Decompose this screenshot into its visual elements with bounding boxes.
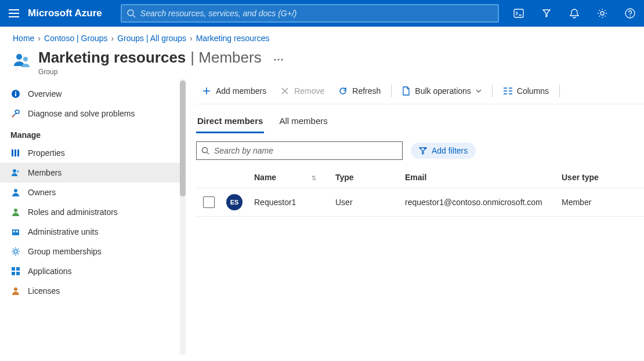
sidebar-item-licenses[interactable]: Licenses <box>0 281 186 301</box>
command-bar: Add members Remove Refresh Bulk operatio… <box>196 79 644 104</box>
page-header: Marketing resources | Members ⋯ Group <box>0 43 644 79</box>
svg-rect-10 <box>12 149 13 156</box>
help-icon[interactable] <box>616 0 644 27</box>
sidebar-item-roles[interactable]: Roles and administrators <box>0 202 186 222</box>
sidebar-item-label: Diagnose and solve problems <box>28 109 135 118</box>
member-tabs: Direct members All members <box>196 104 644 133</box>
roles-icon <box>10 207 21 217</box>
svg-point-16 <box>14 209 17 212</box>
member-search[interactable] <box>196 141 403 160</box>
members-icon <box>10 167 21 178</box>
sidebar-item-overview[interactable]: Overview <box>0 84 186 104</box>
add-filters-button[interactable]: Add filters <box>411 143 476 159</box>
breadcrumb-current[interactable]: Marketing resources <box>196 34 270 43</box>
row-checkbox[interactable] <box>203 196 215 208</box>
th-email[interactable]: Email <box>405 173 562 182</box>
cmd-separator <box>391 85 392 97</box>
search-icon <box>201 147 209 155</box>
svg-point-3 <box>600 12 604 15</box>
sidebar-heading-manage: Manage <box>0 123 186 143</box>
add-members-button[interactable]: Add members <box>196 83 272 99</box>
sidebar-item-label: Group memberships <box>28 247 102 256</box>
svg-rect-18 <box>13 231 15 232</box>
breadcrumb-home[interactable]: Home <box>13 34 34 43</box>
cell-name: Requestor1 <box>254 198 335 207</box>
gear-icon <box>10 246 21 257</box>
sidebar-item-owners[interactable]: Owners <box>0 183 186 202</box>
th-name[interactable]: Name <box>254 173 276 182</box>
svg-rect-2 <box>514 9 523 17</box>
bulk-operations-button[interactable]: Bulk operations <box>396 83 487 99</box>
refresh-button[interactable]: Refresh <box>332 83 386 99</box>
svg-point-25 <box>14 287 17 291</box>
group-icon <box>13 51 31 70</box>
global-search-input[interactable] <box>140 9 498 18</box>
sidebar-item-label: Applications <box>28 267 72 276</box>
breadcrumb-contoso[interactable]: Contoso | Groups <box>44 34 107 43</box>
cmd-label: Remove <box>294 86 324 96</box>
sidebar-item-group-memberships[interactable]: Group memberships <box>0 242 186 261</box>
cmd-label: Refresh <box>352 86 381 96</box>
chevron-down-icon <box>476 89 482 93</box>
apps-icon <box>10 266 21 276</box>
tab-all-members[interactable]: All members <box>278 112 328 133</box>
sidebar-item-applications[interactable]: Applications <box>0 261 186 281</box>
brand-label[interactable]: Microsoft Azure <box>28 8 115 19</box>
page-caption: Group <box>38 68 284 76</box>
svg-rect-12 <box>17 149 19 156</box>
filter-icon <box>419 147 427 155</box>
top-bar: Microsoft Azure <box>0 0 644 27</box>
sidebar-item-label: Members <box>28 168 61 177</box>
page-subtitle: Members <box>198 49 261 66</box>
svg-point-20 <box>14 250 17 253</box>
svg-rect-23 <box>12 272 15 275</box>
member-search-input[interactable] <box>214 146 397 155</box>
more-actions-icon[interactable]: ⋯ <box>273 53 284 65</box>
admin-units-icon <box>10 227 21 237</box>
cmd-label: Add members <box>216 86 266 96</box>
members-table: Name↑↓ Type Email User type ES Requestor… <box>196 167 644 217</box>
settings-icon[interactable] <box>588 0 616 27</box>
x-icon <box>280 86 290 96</box>
remove-button: Remove <box>274 83 330 99</box>
sidebar-item-admin-units[interactable]: Administrative units <box>0 222 186 242</box>
refresh-icon <box>338 86 348 96</box>
th-type[interactable]: Type <box>335 173 405 182</box>
sidebar-item-properties[interactable]: Properties <box>0 143 186 163</box>
info-icon <box>10 89 21 99</box>
notifications-icon[interactable] <box>560 0 588 27</box>
menu-icon[interactable] <box>0 9 28 17</box>
svg-rect-11 <box>15 149 16 156</box>
sidebar-item-diagnose[interactable]: Diagnose and solve problems <box>0 104 186 123</box>
breadcrumb-sep: › <box>38 34 41 43</box>
cmd-separator <box>492 85 493 97</box>
sidebar-item-members[interactable]: Members <box>0 163 186 183</box>
plus-icon <box>202 86 211 96</box>
svg-point-26 <box>202 148 208 153</box>
breadcrumb: Home › Contoso | Groups › Groups | All g… <box>0 27 644 43</box>
svg-rect-22 <box>16 267 20 271</box>
tab-direct-members[interactable]: Direct members <box>196 112 264 133</box>
sidebar-item-label: Roles and administrators <box>28 207 118 217</box>
table-header: Name↑↓ Type Email User type <box>196 167 644 188</box>
sidebar: « Overview Diagnose and solve problems M… <box>0 79 186 355</box>
breadcrumb-groups[interactable]: Groups | All groups <box>117 34 186 43</box>
table-row[interactable]: ES Requestor1 User requestor1@contoso.on… <box>196 188 644 217</box>
breadcrumb-sep: › <box>190 34 193 43</box>
owners-icon <box>10 187 21 198</box>
svg-point-15 <box>14 189 17 192</box>
svg-point-13 <box>13 169 16 173</box>
svg-rect-17 <box>12 229 19 235</box>
cmd-label: Bulk operations <box>415 86 471 96</box>
main-content: Add members Remove Refresh Bulk operatio… <box>186 79 644 355</box>
svg-line-27 <box>207 152 209 154</box>
svg-point-14 <box>17 170 19 173</box>
directory-filter-icon[interactable] <box>533 0 560 27</box>
search-icon <box>126 9 136 18</box>
columns-button[interactable]: Columns <box>497 83 555 99</box>
sidebar-scrollbar[interactable] <box>180 79 186 355</box>
global-search[interactable] <box>121 4 499 23</box>
sort-icon[interactable]: ↑↓ <box>311 173 314 182</box>
cloud-shell-icon[interactable] <box>505 0 533 27</box>
th-usertype[interactable]: User type <box>562 173 625 182</box>
